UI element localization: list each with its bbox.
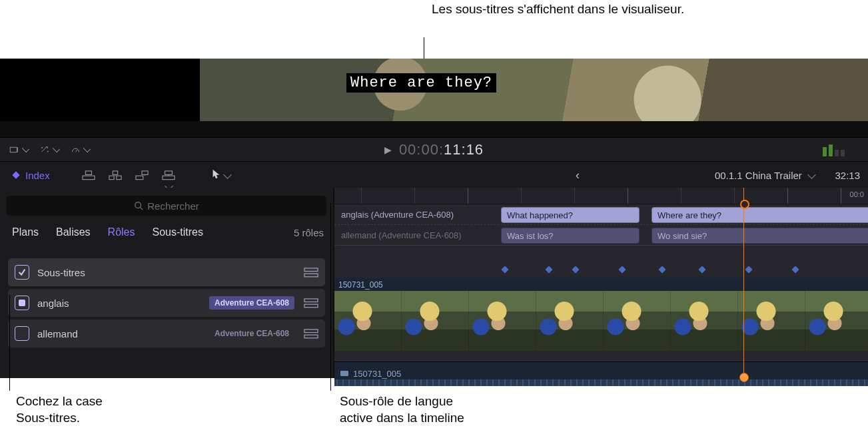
index-panel: Rechercher Plans Balises Rôles Sous-titr… (0, 188, 333, 378)
overwrite-clip-icon[interactable] (162, 170, 175, 180)
thumbnail (536, 291, 604, 351)
clip-icon (340, 369, 349, 378)
caption-clip[interactable]: Wo sind sie? (651, 228, 868, 244)
svg-rect-9 (142, 171, 148, 174)
thumbnail (738, 291, 805, 351)
timecode-dim: 00:00: (399, 141, 444, 158)
svg-rect-18 (304, 335, 318, 338)
caption-lane-label: allemand (Adventure CEA-608) (334, 230, 506, 240)
svg-rect-6 (117, 176, 121, 179)
audio-lane[interactable]: 150731_005 (334, 361, 868, 386)
audio-meters (823, 143, 849, 156)
thumbnail (402, 291, 469, 351)
timeline-header: Index ‹ 00.1.1 China Trailer 32:13 (0, 161, 868, 188)
transport-bar: ▶ 00:00: 11:16 (0, 137, 868, 162)
timeline[interactable]: 00:0 anglais (Adventure CEA-608) What ha… (334, 188, 868, 378)
video-clip-name: 150731_005 (338, 280, 383, 290)
role-label: anglais (37, 298, 209, 309)
caption-lane-anglais[interactable]: anglais (Adventure CEA-608) What happene… (334, 204, 868, 225)
role-label: allemand (37, 328, 209, 339)
audio-waveform (334, 379, 868, 386)
caption-clip[interactable]: Where are they? (651, 207, 868, 223)
timeline-history-back[interactable]: ‹ (576, 168, 580, 182)
svg-rect-4 (85, 171, 91, 174)
append-clip-icon[interactable] (135, 170, 149, 180)
viewer-video-frame (200, 59, 868, 121)
callout-viewer-caption: Les sous-titres s'affichent dans le visu… (432, 1, 684, 18)
svg-point-2 (47, 151, 48, 152)
index-tabs: Plans Balises Rôles Sous-titres 5 rôles (12, 226, 333, 238)
play-icon[interactable]: ▶ (384, 144, 392, 155)
viewer: Where are they? (0, 59, 868, 121)
lane-display-icon[interactable] (304, 329, 318, 338)
caption-lane-label: anglais (Adventure CEA-608) (334, 210, 506, 220)
svg-rect-3 (83, 176, 95, 179)
index-toggle-button[interactable]: Index (13, 170, 50, 181)
svg-point-12 (135, 202, 141, 208)
svg-rect-19 (340, 371, 348, 376)
svg-rect-16 (304, 304, 318, 308)
svg-rect-13 (304, 268, 318, 272)
select-tool[interactable] (211, 168, 230, 182)
checkbox-captions[interactable] (15, 265, 29, 280)
retime-gauge-icon[interactable] (71, 144, 89, 156)
role-row-captions[interactable]: Sous-titres (8, 258, 325, 286)
checkbox-allemand[interactable] (15, 326, 29, 341)
timecode-bright: 11:16 (444, 141, 484, 158)
thumbnail (334, 291, 402, 351)
search-input[interactable]: Rechercher (7, 196, 326, 216)
svg-rect-0 (10, 147, 17, 152)
tab-sous-titres[interactable]: Sous-titres (153, 226, 203, 238)
caption-clip[interactable]: What happened? (501, 207, 640, 223)
roles-list: Sous-titres anglais Adventure CEA-608 al… (8, 258, 325, 347)
role-label: Sous-titres (37, 267, 304, 278)
svg-rect-17 (304, 330, 318, 333)
thumbnail (604, 291, 671, 351)
insert-clip-icon[interactable] (109, 170, 122, 180)
svg-point-1 (42, 147, 43, 148)
svg-rect-10 (163, 176, 175, 179)
timeline-ruler[interactable]: 00:0 (334, 188, 868, 204)
project-name[interactable]: 00.1.1 China Trailer (715, 170, 815, 181)
search-placeholder: Rechercher (147, 200, 199, 212)
role-row-allemand[interactable]: allemand Adventure CEA-608 (8, 320, 325, 347)
playhead[interactable] (743, 188, 744, 378)
index-label: Index (25, 170, 50, 181)
connect-clip-icon[interactable] (82, 170, 95, 180)
svg-rect-7 (113, 171, 117, 174)
caption-clip[interactable]: Was ist los? (501, 228, 640, 244)
audio-clip-name: 150731_005 (353, 369, 401, 379)
roles-count: 5 rôles (294, 227, 324, 238)
lane-display-icon[interactable] (304, 268, 318, 277)
svg-rect-14 (304, 274, 318, 277)
caption-lane-allemand[interactable]: allemand (Adventure CEA-608) Was ist los… (334, 225, 868, 246)
checkbox-anglais[interactable] (15, 296, 29, 310)
project-duration: 32:13 (835, 170, 860, 181)
tab-plans[interactable]: Plans (12, 226, 39, 238)
tab-roles[interactable]: Rôles (108, 226, 135, 238)
svg-rect-8 (136, 176, 143, 179)
thumbnail (805, 291, 868, 351)
crop-tool-icon[interactable] (9, 144, 28, 156)
thumbnail (469, 291, 536, 351)
thumbnail (671, 291, 738, 351)
svg-rect-5 (109, 176, 114, 179)
svg-rect-15 (304, 299, 318, 302)
enhance-wand-icon[interactable] (40, 144, 59, 156)
playhead-knob[interactable] (739, 373, 749, 382)
timeline-spacer (334, 246, 868, 278)
role-badge: Adventure CEA-608 (209, 296, 294, 310)
markers (500, 267, 868, 274)
filmstrip (334, 291, 868, 351)
callout-checkbox: Cochez la case Sous-titres. (16, 393, 103, 426)
viewer-black-fill (0, 59, 200, 121)
index-diamond-icon (12, 171, 19, 178)
video-lane[interactable]: 150731_005 (334, 278, 868, 351)
svg-rect-11 (165, 171, 172, 174)
tab-balises[interactable]: Balises (56, 226, 91, 238)
role-row-anglais[interactable]: anglais Adventure CEA-608 (8, 289, 325, 317)
lane-display-icon[interactable] (304, 298, 318, 308)
role-badge: Adventure CEA-608 (209, 327, 294, 340)
callout-active-subrole: Sous-rôle de langue active dans la timel… (340, 393, 464, 426)
viewer-caption-overlay: Where are they? (346, 73, 496, 93)
